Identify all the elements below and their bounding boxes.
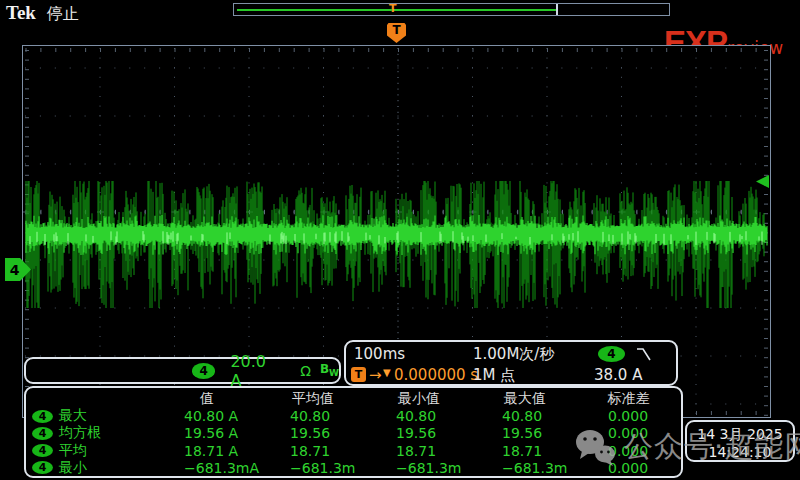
watermark-text: 公众号·超能网 bbox=[624, 427, 800, 467]
channel4-badge: 4 bbox=[32, 427, 53, 440]
measurement-header-row: 值 平均值 最小值 最大值 标准差 bbox=[26, 390, 681, 407]
oscilloscope-screen: Tek 停止 T T EXPreview 4 4 20.0 A Ω BW 100… bbox=[0, 0, 800, 480]
trigger-source-badge: 4 bbox=[598, 346, 625, 362]
impedance-icon: Ω bbox=[300, 363, 311, 379]
trigger-t-icon: T bbox=[351, 367, 366, 382]
delay-marker-icon: ▼ bbox=[383, 367, 391, 378]
channel4-readout-box[interactable]: 4 20.0 A Ω BW bbox=[24, 357, 341, 384]
channel4-badge: 4 bbox=[192, 363, 215, 379]
record-length-readout: 1M 点 bbox=[473, 366, 515, 385]
watermark: 公众号·超能网 bbox=[574, 427, 800, 467]
tek-logo: Tek bbox=[6, 2, 36, 24]
channel4-badge: 4 bbox=[32, 461, 53, 474]
channel4-badge: 4 bbox=[32, 410, 53, 423]
trigger-position-mini-icon: T bbox=[389, 2, 397, 15]
horizontal-trigger-readout-box[interactable]: 100ms 1.00M次/秒 4 T → ▼ 0.000000 s 1M 点 3… bbox=[344, 340, 678, 386]
falling-edge-slope-icon bbox=[636, 347, 652, 362]
trigger-delay-readout: 0.000000 s bbox=[394, 366, 478, 384]
trigger-position-icon[interactable]: T bbox=[387, 23, 406, 43]
measurement-row-max: 4最大 40.80 A 40.80 40.80 40.80 0.000 bbox=[26, 407, 681, 424]
channel4-badge: 4 bbox=[32, 444, 53, 457]
wechat-icon bbox=[574, 428, 616, 466]
delay-arrow-icon: → bbox=[369, 366, 382, 384]
zoom-window-bracket bbox=[556, 4, 558, 15]
acquisition-status: 停止 bbox=[47, 4, 79, 25]
bandwidth-icon: BW bbox=[320, 362, 339, 378]
channel4-scale: 20.0 A bbox=[230, 352, 275, 390]
record-overview-bar[interactable]: T bbox=[233, 3, 670, 16]
trigger-level-readout: 38.0 A bbox=[594, 366, 642, 384]
timebase-readout: 100ms bbox=[354, 345, 405, 363]
sample-rate-readout: 1.00M次/秒 bbox=[473, 345, 554, 364]
